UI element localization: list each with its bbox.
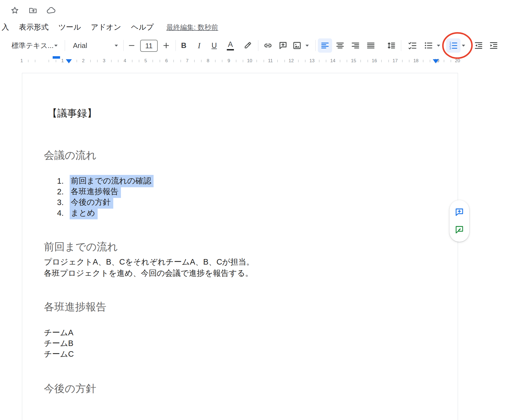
- cloud-saved-icon[interactable]: [46, 5, 56, 16]
- justify-button[interactable]: [364, 38, 378, 53]
- agenda-list[interactable]: 1.前回までの流れの確認2.各班進捗報告3.今後の方針4.まとめ: [57, 176, 154, 218]
- menubar: 入表示形式ツールアドオンヘルプ 最終編集: 数秒前: [2, 22, 218, 32]
- doc-title[interactable]: 【議事録】: [47, 107, 97, 120]
- italic-button[interactable]: I: [192, 38, 206, 53]
- team-line[interactable]: チームC: [44, 349, 74, 359]
- agenda-item-text[interactable]: まとめ: [70, 207, 98, 219]
- paragraph-style-selector[interactable]: 標準テキス...: [8, 38, 61, 53]
- ruler-number: 17: [392, 58, 398, 64]
- ruler-number: 8: [207, 58, 209, 64]
- font-size-input[interactable]: 11: [140, 40, 158, 52]
- ruler-number: 1: [20, 58, 23, 64]
- heading-agenda[interactable]: 会議の流れ: [44, 149, 97, 161]
- toolbar-divider: [258, 40, 258, 51]
- suggest-edits-button[interactable]: [453, 223, 466, 236]
- insert-image-icon: [292, 41, 302, 50]
- previous-body[interactable]: プロジェクトA、B、CをそれぞれチームA、B、Cが担当。各班プロジェクトを進め、…: [44, 256, 254, 279]
- ruler-tick: [360, 60, 361, 62]
- ruler-left-indent[interactable]: [66, 59, 72, 63]
- bold-button[interactable]: B: [177, 38, 191, 53]
- bulleted-list-icon: [423, 41, 433, 50]
- text-color-button[interactable]: A: [223, 38, 237, 53]
- heading-policy[interactable]: 今後の方針: [44, 382, 96, 395]
- insert-image-button[interactable]: [290, 38, 312, 53]
- font-selector[interactable]: Arial: [69, 38, 122, 53]
- add-comment-button[interactable]: [453, 206, 466, 219]
- ruler-right-indent[interactable]: [433, 59, 439, 63]
- menu-item[interactable]: ツール: [58, 22, 81, 32]
- add-comment-button[interactable]: [276, 38, 290, 53]
- bold-label: B: [181, 42, 186, 49]
- align-right-button[interactable]: [348, 38, 363, 53]
- team-line[interactable]: チームA: [44, 327, 74, 338]
- numbered-list-button[interactable]: 123: [446, 38, 465, 53]
- agenda-item[interactable]: 3.今後の方針: [57, 197, 154, 208]
- ruler-number: 1: [61, 58, 64, 64]
- ruler-tick: [90, 60, 91, 62]
- last-edited-link[interactable]: 最終編集: 数秒前: [166, 23, 218, 32]
- align-center-icon: [335, 41, 345, 50]
- increase-indent-button[interactable]: [487, 38, 501, 53]
- teams-list[interactable]: チームAチームBチームC: [44, 327, 74, 359]
- align-center-button[interactable]: [333, 38, 347, 53]
- ruler-tick: [402, 60, 403, 62]
- ruler-tick: [139, 60, 139, 62]
- agenda-item[interactable]: 4.まとめ: [57, 208, 154, 218]
- menu-item[interactable]: 入: [2, 22, 9, 32]
- toolbar: 標準テキス... Arial 11 B I U A: [0, 38, 509, 54]
- ruler-number: 10: [247, 58, 252, 64]
- decrease-indent-button[interactable]: [471, 38, 486, 53]
- ruler-tick: [215, 60, 216, 62]
- chevron-down-icon: [115, 45, 118, 47]
- ruler-first-line-indent[interactable]: [53, 56, 60, 59]
- insert-link-button[interactable]: [261, 38, 275, 53]
- increase-font-size-button[interactable]: [160, 38, 173, 53]
- highlight-icon: [242, 41, 252, 50]
- ruler-tick: [284, 60, 285, 62]
- highlight-button[interactable]: [240, 38, 255, 53]
- ruler-tick: [326, 60, 326, 62]
- agenda-item[interactable]: 2.各班進捗報告: [57, 186, 154, 197]
- body-line[interactable]: プロジェクトA、B、CをそれぞれチームA、B、Cが担当。: [44, 256, 254, 268]
- minus-icon: [127, 41, 136, 50]
- ruler-tick: [444, 60, 444, 62]
- cloud-saved-icon: [46, 5, 56, 15]
- ruler-tick: [56, 60, 56, 62]
- ruler-number: 3: [103, 58, 105, 64]
- menu-item[interactable]: 表示形式: [19, 22, 49, 32]
- ruler-tick: [77, 60, 77, 62]
- body-line[interactable]: 各班プロジェクトを進め、今回の会議で進捗を報告する。: [44, 268, 254, 279]
- side-action-rail: [449, 200, 469, 242]
- underline-button[interactable]: U: [207, 38, 221, 53]
- heading-previous[interactable]: 前回までの流れ: [44, 240, 118, 253]
- document-page[interactable]: 【議事録】 会議の流れ 1.前回までの流れの確認2.各班進捗報告3.今後の方針4…: [22, 73, 458, 420]
- decrease-font-size-button[interactable]: [125, 38, 138, 53]
- menu-item[interactable]: アドオン: [91, 22, 121, 32]
- ruler-tick: [236, 60, 236, 62]
- menu-item[interactable]: ヘルプ: [131, 22, 154, 32]
- star-icon[interactable]: [9, 5, 20, 16]
- ruler[interactable]: 11234567891011121314151617181920: [0, 56, 509, 66]
- ruler-tick: [430, 60, 430, 62]
- svg-text:3: 3: [449, 47, 451, 50]
- text-color-bar: [227, 49, 234, 50]
- ruler-number: 9: [228, 58, 230, 64]
- move-folder-icon[interactable]: [27, 5, 38, 16]
- chevron-down-icon: [54, 45, 58, 47]
- chevron-down-icon: [306, 45, 309, 47]
- line-spacing-button[interactable]: [384, 38, 398, 53]
- heading-progress[interactable]: 各班進捗報告: [44, 300, 106, 313]
- agenda-item-number: 4.: [57, 209, 66, 218]
- checklist-icon: [408, 41, 417, 50]
- underline-label: U: [211, 42, 217, 49]
- checklist-button[interactable]: [405, 38, 420, 53]
- ruler-number: 16: [372, 58, 377, 64]
- font-name-label: Arial: [73, 41, 87, 50]
- team-line[interactable]: チームB: [44, 338, 74, 349]
- increase-indent-icon: [489, 41, 499, 50]
- agenda-item[interactable]: 1.前回までの流れの確認: [57, 176, 154, 186]
- menubar-items: 入表示形式ツールアドオンヘルプ: [2, 22, 164, 32]
- ruler-tick: [423, 60, 423, 62]
- bulleted-list-button[interactable]: [421, 38, 440, 53]
- align-left-button[interactable]: [318, 38, 332, 53]
